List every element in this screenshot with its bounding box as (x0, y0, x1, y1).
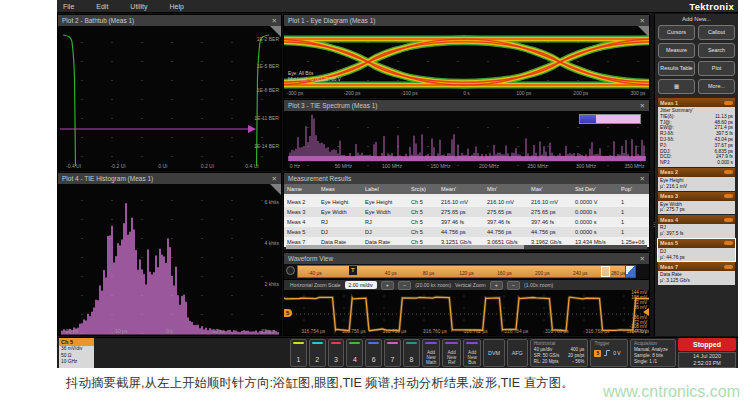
meas-badge[interactable]: Meas 1Jitter Summary'TIE(δ):11.13 psTJ@:… (658, 98, 735, 167)
afg-button[interactable]: AFG (507, 339, 528, 367)
keypad-icon-button[interactable]: ▦ (658, 79, 695, 94)
table-cell: 1 (618, 227, 651, 237)
table-row[interactable]: Meas 2Eye HeightEye HeightCh 5216.10 mV2… (284, 197, 649, 207)
plot-resize-icon[interactable] (638, 26, 649, 37)
search-button[interactable]: Search (698, 43, 735, 58)
badge-row-label: µ': 216.1 mV (660, 184, 687, 190)
histogram-canvas[interactable]: 6 khits4 khits2 khits -20 ps-10 ps0 s10 … (58, 184, 281, 335)
close-icon[interactable]: ✕ (272, 173, 277, 184)
stopped-button[interactable]: Stopped (678, 338, 736, 351)
trigger-panel[interactable]: Trigger50 V (590, 339, 628, 367)
channel-5-badge[interactable]: Ch 5 36 mV/div50 Ω10 GHz (59, 338, 94, 368)
plot-title-bar[interactable]: Plot 2 - Bathtub (Meas 1) ✕ (58, 15, 281, 26)
menu-help[interactable]: Help (169, 3, 183, 10)
badge-toggle-icon[interactable] (724, 241, 733, 245)
axis-tick-label: 100 MHz (382, 163, 402, 169)
plot-title-bar[interactable]: Plot 3 - TIE Spectrum (Meas 1) ✕ (284, 100, 649, 111)
trigger-position-marker[interactable]: T (349, 266, 357, 275)
table-cell: RJ (362, 217, 408, 227)
waveform-canvas[interactable]: 5 144 mV108 mV72 mV36 mV-36 mV-72 mV-108… (284, 290, 649, 335)
badge-toggle-icon[interactable] (724, 265, 733, 269)
badge-toggle-icon[interactable] (724, 101, 733, 105)
close-icon[interactable]: ✕ (640, 100, 645, 111)
axis-tick-label: -20 ps (64, 328, 78, 334)
channel-button-7[interactable]: 7 (384, 339, 401, 367)
results-scrollbar[interactable] (286, 245, 647, 249)
h-zoom-out-button[interactable]: − (398, 281, 411, 290)
zoom-corner-icon[interactable] (625, 265, 636, 278)
axis-tick-label: 350 MHz (624, 163, 644, 169)
results-body: Meas 2Eye HeightEye HeightCh 5216.10 mV2… (284, 197, 649, 247)
channel-button-8[interactable]: 8 (403, 339, 420, 367)
eye-canvas[interactable]: Eye: All Bits Mid level: -0.00129786 V -… (284, 26, 649, 97)
table-row[interactable]: Meas 3Eye WidthEye WidthCh 5275.65 ps275… (284, 207, 649, 217)
axis-tick-label: 100 ps (516, 90, 531, 96)
plot-title: Plot 2 - Bathtub (Meas 1) (62, 15, 134, 26)
meas-badge[interactable]: Meas 4RJµ': 397.5 fs (658, 215, 735, 238)
plot-resize-icon[interactable] (270, 184, 281, 195)
panel-splitter-handle[interactable]: ⋮ (651, 222, 654, 248)
badge-title: Meas 2 (660, 169, 678, 175)
dvm-button[interactable]: DVM (483, 339, 504, 367)
bathtub-canvas[interactable]: 1E-2 BER1E-5 BER1E-8 BER1E-11 BER1E-14 B… (58, 26, 281, 170)
badge-toggle-icon[interactable] (724, 194, 733, 198)
h-zoom-in-button[interactable]: + (381, 281, 394, 290)
zoom-window-indicator[interactable] (601, 266, 610, 277)
results-title-bar[interactable]: Measurement Results ✕ (284, 173, 649, 184)
axis-tick-label: -0.4 UI (66, 163, 81, 169)
close-icon[interactable]: ✕ (640, 173, 645, 184)
column-header: Mean' (438, 184, 484, 194)
close-icon[interactable]: ✕ (272, 15, 277, 26)
measure-button[interactable]: Measure (658, 43, 695, 58)
axis-tick-label: 10 ps (212, 328, 224, 334)
more-button[interactable]: More... (698, 79, 735, 94)
axis-tick-label: 316.766 µs (545, 329, 569, 334)
zoom-controls-row: Horizontal Zoom Scale 2.00 ns/div + − (2… (284, 279, 649, 290)
plot-button[interactable]: Plot (698, 61, 735, 76)
add-new-math-button[interactable]: Add New Math (422, 339, 441, 367)
plot-title-bar[interactable]: Plot 1 - Eye Diagram (Meas 1) ✕ (284, 15, 649, 26)
acquisition-panel[interactable]: AcquisitionManual, AnalyzeSample: 8 bits… (630, 339, 676, 367)
menu-utility[interactable]: Utility (130, 3, 147, 10)
horizontal-panel[interactable]: Horizontal40 µs/div400 µsSR: 50 GS/s20 p… (530, 339, 589, 367)
table-cell: Eye Height (362, 197, 408, 207)
acquisition-overview-bar[interactable]: -40 µs0 s40 µs80 µs120 µs160 µs200 µs240… (297, 265, 636, 278)
badge-toggle-icon[interactable] (724, 218, 733, 222)
table-row[interactable]: Meas 5DJDJCh 544.756 ps44.756 ps44.756 p… (284, 227, 649, 237)
badge-title: Meas 1 (660, 100, 678, 106)
add-new-ref-button[interactable]: Add New Ref (442, 339, 461, 367)
table-row[interactable]: Meas 4RJRJCh 5397.46 fs397.46 fs397.46 f… (284, 217, 649, 227)
badge-toggle-icon[interactable] (724, 170, 733, 174)
axis-tick-label: 0.2 UI (201, 163, 214, 169)
close-icon[interactable]: ✕ (640, 253, 645, 264)
menu-edit[interactable]: Edit (96, 3, 108, 10)
results-table-button[interactable]: Results Table (658, 61, 695, 76)
scrollbar-thumb[interactable] (286, 245, 524, 249)
bathtub-curve (58, 26, 281, 170)
v-zoom-in-button[interactable]: + (490, 281, 503, 290)
plot-title-bar[interactable]: Plot 4 - TIE Histogram (Meas 1) ✕ (58, 173, 281, 184)
channel-button-1[interactable]: 1 (290, 339, 307, 367)
h-scale-value[interactable]: 2.00 ns/div (345, 281, 377, 289)
channel-button-6[interactable]: 6 (365, 339, 382, 367)
channel-button-2[interactable]: 2 (309, 339, 326, 367)
axis-tick-label: 4 khits (265, 240, 279, 246)
waveform-title-bar[interactable]: Waveform View ✕ (284, 253, 649, 264)
spectrum-canvas[interactable]: 0 Hz50 MHz100 MHz150 MHz200 MHz250 MHz30… (284, 111, 649, 170)
channel-button-4[interactable]: 4 (346, 339, 363, 367)
cursors-button[interactable]: Cursors (658, 25, 695, 40)
overview-options-icon[interactable] (286, 266, 295, 275)
v-zoom-out-button[interactable]: − (507, 281, 520, 290)
meas-badge[interactable]: Meas 7Data Rateµ': 3.125 Gb/s (658, 262, 735, 285)
menu-file[interactable]: File (63, 3, 74, 10)
callout-button[interactable]: Callout (698, 25, 735, 40)
table-cell: 216.10 mV (528, 197, 572, 207)
meas-badge[interactable]: Meas 3Eye Widthµ': 275.7 ps (658, 192, 735, 215)
meas-badge[interactable]: Meas 5DJµ': 44.76 ps (658, 239, 735, 262)
badge-title: Meas 5 (660, 240, 678, 246)
axis-tick-label: 0 Hz (290, 163, 300, 169)
add-new-bus-button[interactable]: Add New Bus (463, 339, 482, 367)
channel-button-3[interactable]: 3 (328, 339, 345, 367)
meas-badge[interactable]: Meas 2Eye Heightµ': 216.1 mV (658, 168, 735, 191)
close-icon[interactable]: ✕ (640, 15, 645, 26)
